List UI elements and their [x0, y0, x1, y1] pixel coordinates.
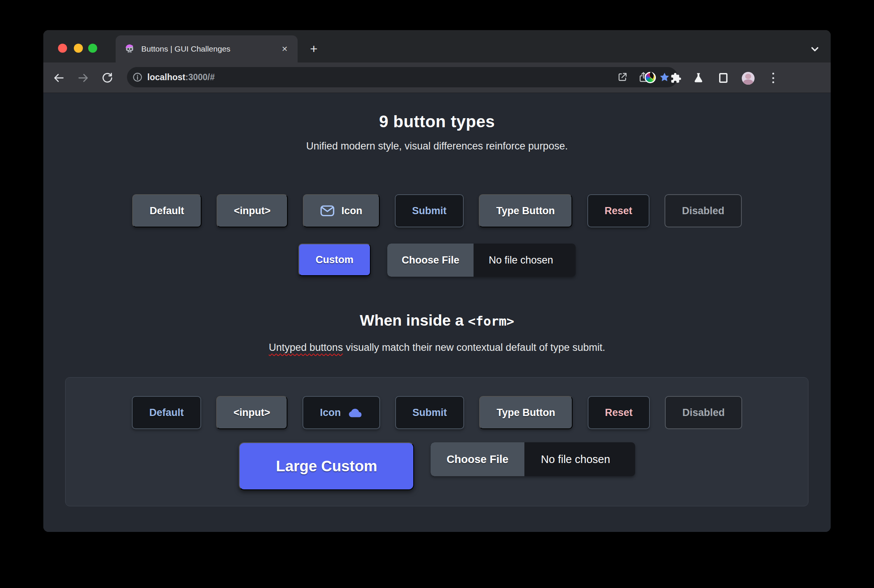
- bookmark-star-icon[interactable]: [659, 72, 670, 83]
- side-panel-icon[interactable]: [717, 72, 729, 84]
- cloud-icon: [348, 407, 363, 418]
- input-button[interactable]: <input>: [217, 194, 288, 227]
- default-button[interactable]: Default: [132, 194, 202, 227]
- form-icon-button[interactable]: Icon: [303, 396, 380, 429]
- minimize-window-button[interactable]: [74, 44, 83, 53]
- favicon-skull-icon: [124, 43, 135, 55]
- page-subtitle: Unified modern style, visual differences…: [43, 140, 831, 152]
- reload-icon[interactable]: [101, 72, 114, 84]
- envelope-icon: [320, 205, 335, 216]
- tab-close-icon[interactable]: ✕: [280, 44, 289, 53]
- form-subtitle-rest: visually match their new contextual defa…: [343, 342, 605, 353]
- profile-avatar[interactable]: [742, 72, 754, 84]
- screenshot-stage: Buttons | GUI Challenges ✕ +: [0, 0, 874, 588]
- form-default-button[interactable]: Default: [132, 396, 201, 429]
- browser-toolbar: localhost:3000/#: [43, 62, 831, 93]
- form-type-button[interactable]: Type Button: [479, 396, 572, 429]
- file-input[interactable]: Choose File No file chosen: [387, 244, 576, 277]
- file-status: No file chosen: [474, 254, 576, 266]
- menu-dots-icon[interactable]: [767, 72, 779, 84]
- form-title-text: When inside a: [360, 312, 468, 329]
- forward-icon[interactable]: [77, 72, 90, 84]
- form-icon-button-label: Icon: [320, 407, 341, 419]
- form-file-input[interactable]: Choose File No file chosen: [431, 442, 635, 476]
- form-choose-file-button[interactable]: Choose File: [431, 442, 524, 476]
- custom-button[interactable]: Custom: [298, 244, 371, 276]
- back-icon[interactable]: [52, 72, 65, 84]
- url-suffix: :3000/#: [185, 72, 215, 82]
- tab-title: Buttons | GUI Challenges: [141, 44, 280, 53]
- site-info-icon[interactable]: [132, 72, 143, 82]
- tab-strip: Buttons | GUI Challenges ✕ +: [43, 30, 831, 62]
- url-bar[interactable]: localhost:3000/#: [127, 67, 678, 87]
- close-window-button[interactable]: [58, 44, 67, 53]
- form-title-code: <form>: [468, 314, 514, 329]
- icon-button[interactable]: Icon: [303, 194, 380, 227]
- form-disabled-button: Disabled: [665, 396, 742, 429]
- submit-button[interactable]: Submit: [395, 194, 464, 227]
- button-row-top: Default <input> Icon Submit Type Button …: [43, 194, 831, 227]
- browser-window: Buttons | GUI Challenges ✕ +: [43, 30, 831, 532]
- form-submit-button[interactable]: Submit: [395, 396, 465, 429]
- disabled-button: Disabled: [665, 194, 742, 227]
- choose-file-button[interactable]: Choose File: [387, 244, 474, 277]
- form-reset-button[interactable]: Reset: [588, 396, 650, 429]
- new-tab-button[interactable]: +: [307, 42, 321, 56]
- page-content: 9 button types Unified modern style, vis…: [43, 93, 831, 532]
- extensions-puzzle-icon[interactable]: [669, 72, 681, 84]
- button-row-custom-file: Custom Choose File No file chosen: [43, 244, 831, 277]
- button-row-form: Default <input> Icon Submit Type Button …: [43, 396, 831, 429]
- large-custom-button[interactable]: Large Custom: [239, 442, 414, 490]
- form-input-button[interactable]: <input>: [216, 396, 288, 429]
- page-title: 9 button types: [43, 112, 831, 131]
- icon-button-label: Icon: [341, 205, 362, 217]
- url-host: localhost: [147, 72, 185, 82]
- form-section-subtitle: Untyped buttons visually match their new…: [43, 342, 831, 353]
- type-button[interactable]: Type Button: [479, 194, 572, 227]
- misspelled-text: Untyped buttons: [269, 342, 343, 353]
- open-in-new-icon[interactable]: [617, 72, 628, 83]
- button-row-form-large: Large Custom Choose File No file chosen: [43, 442, 831, 490]
- zoom-window-button[interactable]: [88, 44, 97, 53]
- form-section-title: When inside a <form>: [43, 312, 831, 329]
- active-tab[interactable]: Buttons | GUI Challenges ✕: [116, 35, 298, 62]
- chevron-down-icon[interactable]: [808, 42, 822, 56]
- flask-extension-icon[interactable]: [692, 72, 704, 84]
- color-wheel-extension-icon[interactable]: [645, 72, 657, 84]
- form-file-status: No file chosen: [524, 453, 635, 466]
- reset-button[interactable]: Reset: [587, 194, 650, 227]
- url-text[interactable]: localhost:3000/#: [147, 72, 617, 82]
